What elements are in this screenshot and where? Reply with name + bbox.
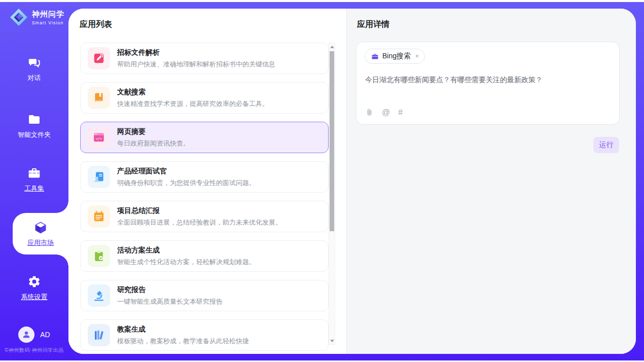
person-icon: [21, 330, 31, 340]
prompt-text[interactable]: 今日湖北有哪些新闻要点？有哪些需要关注的最新政策？: [365, 76, 611, 85]
main-content: 应用列表 招标文件解析 帮助用户快速、准确地理解和解析招标书中的关键信息 文献搜…: [68, 9, 636, 354]
app-card-title: 产品经理面试官: [117, 167, 256, 176]
tool-chip-bing-search[interactable]: Bing搜索 ×: [365, 49, 425, 64]
sidebar-item-toolset[interactable]: 工具集: [0, 166, 68, 193]
at-icon[interactable]: @: [382, 108, 390, 117]
user-account[interactable]: AD: [0, 327, 68, 343]
app-card-title: 教案生成: [117, 325, 249, 334]
app-card-title: 活动方案生成: [117, 246, 256, 255]
app-card-5[interactable]: 项目总结汇报 全面回顾项目进展，总结经验教训，助力未来优化发展。: [80, 201, 329, 232]
app-card-description: 帮助用户快速、准确地理解和解析招标书中的关键信息: [117, 60, 275, 69]
app-list-scrollbar[interactable]: [329, 43, 335, 345]
sidebar-item-smart-folder[interactable]: 智能文件夹: [0, 113, 68, 139]
browser-code-icon: </>: [88, 126, 110, 149]
app-list-panel: 应用列表 招标文件解析 帮助用户快速、准确地理解和解析招标书中的关键信息 文献搜…: [68, 9, 346, 354]
avatar: [18, 327, 34, 343]
sidebar-item-label: 对话: [28, 74, 41, 83]
chip-close-icon[interactable]: ×: [415, 53, 419, 60]
app-card-description: 智能生成个性化活动方案，轻松解决规划难题。: [117, 258, 256, 267]
sidebar-item-label: 应用市场: [27, 238, 54, 247]
brand-subtitle: Smart Vision: [32, 20, 64, 25]
app-card-1[interactable]: 招标文件解析 帮助用户快速、准确地理解和解析招标书中的关键信息: [80, 43, 329, 74]
app-card-description: 快速精准查找学术资源，提高研究效率的必备工具。: [117, 99, 269, 108]
briefcase-icon: [371, 53, 379, 60]
app-card-3[interactable]: </> 网页摘要 每日政府新闻资讯快查。: [80, 122, 329, 153]
sidebar-item-label: 智能文件夹: [18, 130, 51, 139]
sidebar-item-settings[interactable]: 系统设置: [0, 275, 68, 302]
chip-label: Bing搜索: [382, 52, 411, 61]
cube-icon: [33, 221, 48, 235]
sidebar-item-chat[interactable]: 对话: [0, 56, 68, 83]
gear-icon: [27, 275, 41, 288]
user-initials: AD: [40, 331, 50, 339]
microscope-icon: [88, 284, 110, 307]
folder-icon: [27, 113, 41, 126]
app-card-description: 全面回顾项目进展，总结经验教训，助力未来优化发展。: [117, 218, 282, 227]
calendar-icon: [88, 205, 110, 228]
app-card-6[interactable]: 活动方案生成 智能生成个性化活动方案，轻松解决规划难题。: [80, 240, 329, 272]
app-card-8[interactable]: 教案生成 模板驱动，教案秒成，教学准备从此轻松快捷: [80, 319, 329, 351]
book-icon: [88, 87, 110, 109]
scroll-down-arrow-icon[interactable]: [329, 337, 335, 344]
edit-doc-icon: [88, 47, 110, 69]
app-card-title: 文献搜索: [117, 88, 269, 97]
app-card-title: 网页摘要: [117, 127, 190, 136]
sidebar-item-app-market[interactable]: 应用市场: [13, 213, 68, 255]
svg-text:</>: </>: [96, 136, 102, 141]
books-icon: [88, 324, 110, 346]
active-tab-top-curve: [56, 201, 68, 213]
app-card-description: 一键智能生成高质量长文本研究报告: [117, 297, 223, 306]
app-card-title: 研究报告: [117, 285, 223, 295]
hash-icon[interactable]: #: [398, 108, 403, 117]
brand-diamond-icon: [9, 8, 28, 27]
app-card-7[interactable]: 研究报告 一键智能生成高质量长文本研究报告: [80, 280, 329, 311]
app-frame: 神州问学 Smart Vision 对话 智能文件夹 工具: [0, 2, 644, 360]
app-card-title: 招标文件解析: [117, 48, 275, 57]
chat-icon: [27, 56, 41, 69]
prompt-card: Bing搜索 × 今日湖北有哪些新闻要点？有哪些需要关注的最新政策？ @ #: [356, 42, 620, 125]
paperclip-icon[interactable]: [365, 108, 374, 117]
app-card-description: 每日政府新闻资讯快查。: [117, 139, 190, 148]
clipboard-check-icon: [88, 245, 110, 267]
logo: 神州问学 Smart Vision: [9, 8, 64, 27]
run-button[interactable]: 运行: [593, 137, 619, 153]
brand-name: 神州问学: [32, 10, 64, 19]
app-detail-panel: 应用详情 Bing搜索 × 今日湖北有哪些新闻要点？有哪些需要关注的最新政策？ …: [347, 9, 636, 354]
interview-icon: [88, 166, 110, 188]
app-card-title: 项目总结汇报: [117, 206, 282, 215]
sidebar-item-label: 系统设置: [21, 293, 48, 302]
app-list-title: 应用列表: [80, 19, 112, 30]
app-card-description: 明确身份和职责，为您提供专业性的面试问题。: [117, 178, 256, 188]
scroll-up-arrow-icon[interactable]: [329, 43, 335, 50]
app-card-list: 招标文件解析 帮助用户快速、准确地理解和解析招标书中的关键信息 文献搜索 快速精…: [80, 43, 329, 354]
app-card-2[interactable]: 文献搜索 快速精准查找学术资源，提高研究效率的必备工具。: [80, 82, 329, 114]
active-tab-bottom-curve: [56, 255, 68, 267]
scrollbar-thumb[interactable]: [330, 51, 334, 231]
app-card-4[interactable]: 产品经理面试官 明确身份和职责，为您提供专业性的面试问题。: [80, 161, 329, 193]
copyright-note: ©神州数码·神州问学出品: [0, 347, 68, 354]
sidebar-item-label: 工具集: [24, 184, 44, 193]
prompt-toolbar: @ #: [365, 108, 403, 117]
app-detail-title: 应用详情: [357, 19, 389, 30]
app-card-description: 模板驱动，教案秒成，教学准备从此轻松快捷: [117, 337, 249, 346]
toolbox-icon: [27, 166, 41, 180]
